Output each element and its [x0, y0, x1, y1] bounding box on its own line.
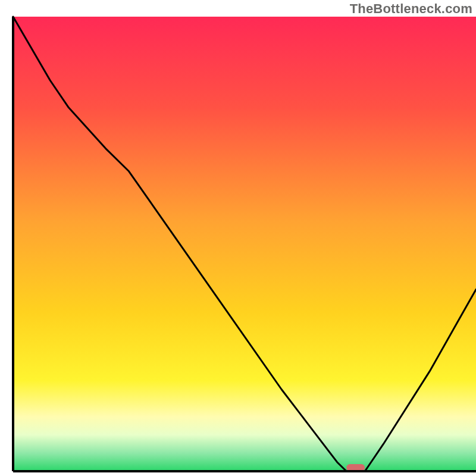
- chart-frame: TheBottleneck.com: [0, 0, 476, 476]
- bottleneck-chart: [0, 0, 476, 476]
- gradient-background: [13, 17, 476, 471]
- watermark-text: TheBottleneck.com: [350, 1, 472, 17]
